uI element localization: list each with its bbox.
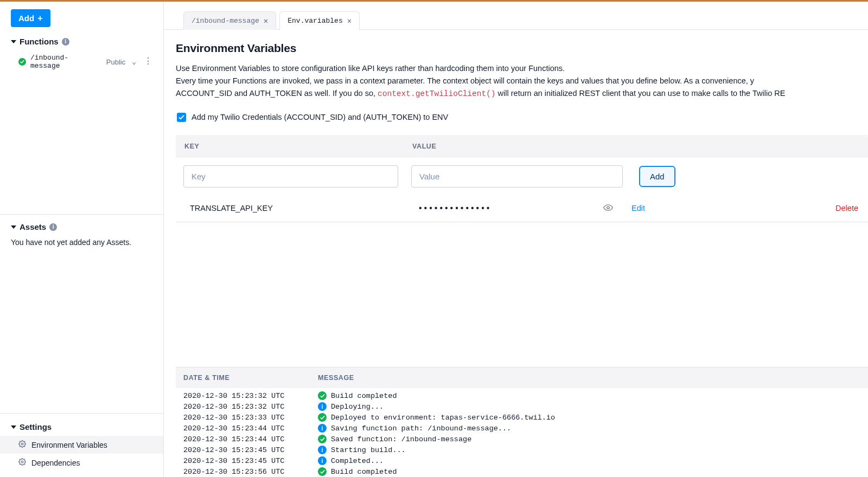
caret-down-icon	[11, 40, 16, 43]
log-datetime: 2020-12-30 15:23:56 UTC	[183, 468, 318, 476]
success-icon	[318, 413, 327, 422]
log-row: 2020-12-30 15:23:45 UTC i Starting build…	[176, 444, 868, 455]
log-datetime: 2020-12-30 15:23:32 UTC	[183, 403, 318, 411]
description-line: Use Environment Variables to store confi…	[176, 62, 868, 75]
log-panel: DATE & TIME MESSAGE 2020-12-30 15:23:32 …	[176, 367, 868, 477]
column-value: VALUE	[412, 143, 859, 150]
log-message: Build completed	[331, 468, 397, 476]
value-input-wrap	[411, 165, 623, 188]
functions-section-header[interactable]: Functions i	[0, 29, 163, 50]
success-icon	[318, 467, 327, 476]
log-message: Completed...	[331, 457, 384, 465]
key-input[interactable]	[183, 165, 398, 188]
log-datetime: 2020-12-30 15:23:45 UTC	[183, 457, 318, 465]
log-row: 2020-12-30 15:23:44 UTC i Saving functio…	[176, 423, 868, 434]
column-key: KEY	[184, 143, 412, 150]
assets-section-header[interactable]: Assets i	[0, 215, 163, 236]
edit-link[interactable]: Edit	[631, 204, 645, 212]
tab[interactable]: /inbound-message✕	[183, 11, 276, 30]
variable-rows: TRANSLATE_API_KEY •••••••••••••• Edit De…	[176, 195, 868, 222]
sidebar-top: Add +	[0, 2, 163, 29]
log-datetime: 2020-12-30 15:23:44 UTC	[183, 424, 318, 433]
log-row: 2020-12-30 15:23:44 UTC Saved function: …	[176, 434, 868, 444]
tab[interactable]: Env.variables✕	[279, 11, 360, 30]
tabs: /inbound-message✕Env.variables✕	[164, 7, 868, 30]
app-root: Add + Functions i /inbound-message Publi…	[0, 0, 868, 477]
caret-down-icon	[11, 426, 16, 429]
description-text: will return an initialized REST client t…	[498, 89, 786, 98]
variable-value-masked: ••••••••••••••	[411, 203, 607, 213]
tab-label: Env.variables	[288, 17, 342, 25]
check-icon	[178, 114, 184, 120]
description-line: Every time your Functions are invoked, w…	[176, 75, 868, 87]
svg-point-2	[607, 206, 610, 209]
log-message: Deploying...	[331, 403, 384, 411]
main: /inbound-message✕Env.variables✕ Environm…	[164, 2, 868, 477]
log-message: Starting build...	[331, 446, 406, 454]
assets-section: Assets i You have not yet added any Asse…	[0, 215, 163, 252]
settings-item[interactable]: Environment Variables	[0, 436, 163, 454]
settings-list: Environment VariablesDependencies	[0, 436, 163, 472]
log-message: Build completed	[331, 392, 397, 400]
credentials-label: Add my Twilio Credentials (ACCOUNT_SID) …	[192, 113, 448, 121]
plus-icon: +	[37, 14, 42, 23]
kebab-icon[interactable]: ⋮	[144, 57, 152, 66]
settings-section-header[interactable]: Settings	[0, 419, 163, 436]
info-icon: i	[49, 223, 57, 231]
log-row: 2020-12-30 15:23:32 UTC i Deploying...	[176, 401, 868, 412]
log-message: Deployed to environment: tapas-service-6…	[331, 414, 555, 422]
function-visibility: Public	[106, 58, 125, 66]
add-variable-button[interactable]: Add	[639, 166, 675, 187]
log-datetime: 2020-12-30 15:23:33 UTC	[183, 414, 318, 422]
gear-icon	[18, 458, 26, 467]
sidebar-bottom: Settings Environment VariablesDependenci…	[0, 413, 163, 477]
add-button[interactable]: Add +	[11, 9, 50, 27]
chevron-down-icon[interactable]: ⌄	[132, 57, 136, 66]
settings-item-label: Environment Variables	[31, 441, 107, 449]
credentials-row: Add my Twilio Credentials (ACCOUNT_SID) …	[177, 113, 868, 122]
log-header: DATE & TIME MESSAGE	[176, 368, 868, 388]
functions-list: /inbound-message Public ⌄ ⋮	[0, 50, 163, 73]
log-datetime: 2020-12-30 15:23:32 UTC	[183, 392, 318, 400]
log-col-message: MESSAGE	[318, 374, 354, 382]
log-row: 2020-12-30 15:23:33 UTC Deployed to envi…	[176, 412, 868, 423]
assets-label: Assets	[20, 222, 46, 231]
log-message: Saved function: /inbound-message	[331, 435, 471, 443]
page-title: Environment Variables	[176, 42, 868, 55]
log-row: 2020-12-30 15:23:56 UTC Build completed	[176, 466, 868, 477]
functions-label: Functions	[20, 37, 59, 46]
content: Environment Variables Use Environment Va…	[164, 30, 868, 477]
function-item[interactable]: /inbound-message Public ⌄ ⋮	[0, 50, 163, 73]
info-icon: i	[318, 402, 327, 411]
eye-icon[interactable]	[603, 203, 613, 214]
tab-label: /inbound-message	[192, 17, 259, 25]
add-var-wrap: Add	[636, 166, 675, 187]
value-input[interactable]	[411, 165, 623, 188]
variable-key: TRANSLATE_API_KEY	[183, 204, 411, 212]
caret-down-icon	[11, 225, 16, 229]
variable-row: TRANSLATE_API_KEY •••••••••••••• Edit De…	[176, 195, 868, 222]
kv-input-row: Add	[176, 158, 868, 195]
gear-icon	[18, 440, 26, 449]
description-line: ACCOUNT_SID and AUTH_TOKEN as well. If y…	[176, 87, 868, 100]
settings-label: Settings	[20, 422, 52, 431]
log-col-datetime: DATE & TIME	[183, 374, 318, 382]
log-datetime: 2020-12-30 15:23:45 UTC	[183, 446, 318, 454]
success-icon	[318, 391, 327, 400]
log-message: Saving function path: /inbound-message..…	[331, 424, 511, 433]
log-datetime: 2020-12-30 15:23:44 UTC	[183, 435, 318, 443]
log-row: 2020-12-30 15:23:45 UTC i Completed...	[176, 455, 868, 466]
assets-empty-message: You have not yet added any Assets.	[0, 236, 163, 247]
close-icon[interactable]: ✕	[264, 16, 268, 25]
credentials-checkbox[interactable]	[177, 113, 186, 122]
log-row: 2020-12-30 15:23:32 UTC Build completed	[176, 390, 868, 401]
settings-item-label: Dependencies	[31, 459, 80, 467]
delete-link[interactable]: Delete	[835, 204, 858, 212]
settings-item[interactable]: Dependencies	[0, 454, 163, 472]
info-icon: i	[318, 456, 327, 465]
log-rows: 2020-12-30 15:23:32 UTC Build completed …	[176, 388, 868, 477]
info-icon: i	[62, 38, 69, 46]
sidebar: Add + Functions i /inbound-message Publi…	[0, 2, 164, 477]
description-text: ACCOUNT_SID and AUTH_TOKEN as well. If y…	[176, 89, 378, 98]
close-icon[interactable]: ✕	[347, 16, 352, 25]
